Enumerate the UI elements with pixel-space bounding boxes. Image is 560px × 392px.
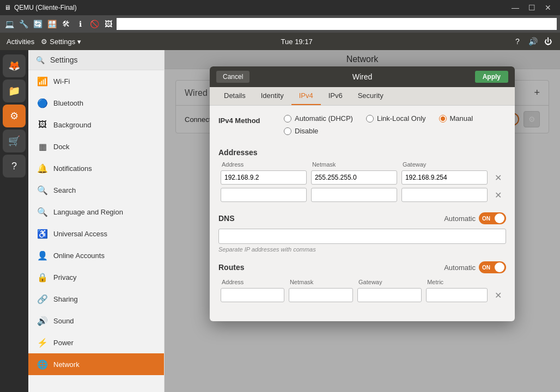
radio-link-local[interactable] (366, 115, 374, 122)
tab-details[interactable]: Details (216, 87, 253, 105)
routes-toggle-knob (495, 262, 504, 272)
firefox-icon[interactable]: 🦊 (3, 54, 26, 77)
help-icon[interactable]: ? (512, 36, 523, 47)
taskbar-icon-7[interactable]: 🖼 (102, 18, 114, 30)
delete-route-0-button[interactable]: ✕ (492, 289, 504, 301)
cancel-button[interactable]: Cancel (216, 71, 249, 83)
sidebar-item-dock[interactable]: ▦ Dock (28, 136, 164, 157)
method-auto-dhcp[interactable]: Automatic (DHCP) (284, 114, 353, 122)
radio-disable[interactable] (284, 127, 291, 135)
sidebar-label-sound: Sound (53, 317, 74, 325)
link-local-label: Link-Local Only (377, 114, 426, 122)
sidebar-item-online[interactable]: 👤 Online Accounts (28, 244, 164, 266)
dns-label: DNS (218, 214, 235, 223)
sidebar-item-search[interactable]: 🔍 Search (28, 179, 164, 201)
radio-manual[interactable] (439, 115, 447, 122)
sound-sidebar-icon: 🔊 (37, 315, 48, 326)
route-metric-input-0[interactable] (426, 288, 488, 302)
language-icon: 🔍 (37, 206, 48, 217)
notifications-icon: 🔔 (37, 163, 48, 174)
ipv4-method-section: IPv4 Method Automatic (DHCP) Link-Local … (218, 114, 506, 139)
ipv4-method-group: Automatic (DHCP) Link-Local Only Manual (284, 114, 506, 135)
maximize-button[interactable]: ☐ (524, 2, 539, 14)
activities-button[interactable]: Activities (7, 38, 34, 46)
taskbar-icon-2[interactable]: 🔄 (32, 18, 44, 30)
sidebar-item-bluetooth[interactable]: 🔵 Bluetooth (28, 92, 164, 114)
sidebar-title: Settings (50, 56, 78, 64)
dialog-body: IPv4 Method Automatic (DHCP) Link-Local … (210, 106, 515, 321)
sidebar-label-background: Background (53, 121, 91, 129)
settings-menu[interactable]: ⚙ Settings ▾ (41, 38, 81, 46)
minimize-button[interactable]: — (508, 2, 523, 14)
sidebar-label-notifications: Notifications (53, 164, 92, 173)
taskbar-icon-5[interactable]: ℹ (74, 18, 86, 30)
taskbar-icon-6[interactable]: 🚫 (88, 18, 100, 30)
route-row-0: ✕ (218, 286, 506, 304)
dock-icon: ▦ (37, 141, 48, 152)
delete-row-0-button[interactable]: ✕ (492, 171, 504, 183)
help-bar-icon[interactable]: ? (3, 155, 26, 177)
tab-identity[interactable]: Identity (253, 87, 291, 105)
tab-security[interactable]: Security (350, 87, 391, 105)
sidebar-item-wifi[interactable]: 📶 Wi-Fi (28, 70, 164, 92)
route-gateway-input-0[interactable] (357, 288, 422, 302)
method-manual[interactable]: Manual (439, 114, 473, 122)
routes-auto-group: Automatic ON (444, 261, 506, 273)
address-bar[interactable] (117, 18, 557, 30)
wired-dialog: Cancel Wired Apply Details Identity IPv4 (210, 66, 515, 321)
method-disable[interactable]: Disable (284, 127, 318, 135)
routes-table: Address Netmask Gateway Metric (218, 278, 506, 304)
files-icon[interactable]: 📁 (3, 79, 26, 102)
topbar-clock: Tue 19:17 (281, 38, 313, 46)
addresses-table: Address Netmask Gateway (218, 160, 506, 204)
sidebar-item-language[interactable]: 🔍 Language and Region (28, 201, 164, 223)
close-button[interactable]: ✕ (540, 2, 556, 14)
address-input-1[interactable] (221, 188, 307, 202)
sidebar-item-universal[interactable]: ♿ Universal Access (28, 223, 164, 244)
titlebar-controls: — ☐ ✕ (508, 2, 556, 14)
sidebar-item-privacy[interactable]: 🔒 Privacy (28, 266, 164, 288)
power-icon[interactable]: ⏻ (543, 36, 553, 47)
sidebar-label-online: Online Accounts (53, 252, 105, 260)
dns-toggle[interactable]: ON (479, 212, 506, 224)
route-address-input-0[interactable] (221, 288, 284, 302)
sidebar-item-notifications[interactable]: 🔔 Notifications (28, 157, 164, 179)
taskbar-icon-1[interactable]: 🔧 (17, 18, 29, 30)
sidebar-item-background[interactable]: 🖼 Background (28, 114, 164, 136)
content-area: Network Wired + Connected ON ⚙ (165, 50, 560, 392)
gateway-input-0[interactable] (401, 170, 488, 185)
taskbar-icon-4[interactable]: 🛠 (60, 18, 72, 30)
routes-toggle[interactable]: ON (479, 261, 506, 273)
taskbar-icon-3[interactable]: 🪟 (46, 18, 58, 30)
routes-label: Routes (218, 263, 244, 272)
netmask-input-0[interactable] (311, 170, 397, 185)
routes-table-header: Address Netmask Gateway Metric (218, 278, 506, 286)
gateway-input-1[interactable] (401, 188, 488, 202)
tab-ipv4[interactable]: IPv4 (291, 87, 321, 105)
dialog-overlay: Cancel Wired Apply Details Identity IPv4 (165, 50, 560, 392)
sidebar-item-power[interactable]: ⚡ Power (28, 332, 164, 353)
address-input-0[interactable] (221, 170, 307, 185)
radio-auto-dhcp[interactable] (284, 115, 291, 122)
addresses-section: Addresses Address Netmask Gateway (218, 148, 506, 204)
settings-icon-bar[interactable]: ⚙ (3, 105, 26, 127)
sidebar-item-sound[interactable]: 🔊 Sound (28, 310, 164, 332)
sidebar-item-sharing[interactable]: 🔗 Sharing (28, 288, 164, 310)
method-link-local[interactable]: Link-Local Only (366, 114, 426, 122)
apply-button[interactable]: Apply (475, 71, 508, 83)
sidebar-label-language: Language and Region (53, 208, 123, 216)
delete-row-1-button[interactable]: ✕ (492, 189, 504, 201)
addresses-header: Address Netmask Gateway (218, 160, 506, 169)
tab-ipv6[interactable]: IPv6 (321, 87, 350, 105)
taskbar-icon-0[interactable]: 💻 (3, 18, 15, 30)
appstore-icon[interactable]: 🛒 (3, 130, 26, 152)
dns-header: DNS Automatic ON (218, 212, 506, 224)
sidebar-label-dock: Dock (53, 143, 70, 151)
sound-icon[interactable]: 🔊 (527, 36, 538, 47)
route-netmask-input-0[interactable] (289, 288, 353, 302)
dns-input[interactable] (218, 229, 506, 244)
power-sidebar-icon: ⚡ (37, 337, 48, 348)
sidebar-item-network[interactable]: 🌐 Network (28, 353, 164, 375)
sidebar-search-icon[interactable]: 🔍 (35, 54, 46, 65)
netmask-input-1[interactable] (311, 188, 397, 202)
